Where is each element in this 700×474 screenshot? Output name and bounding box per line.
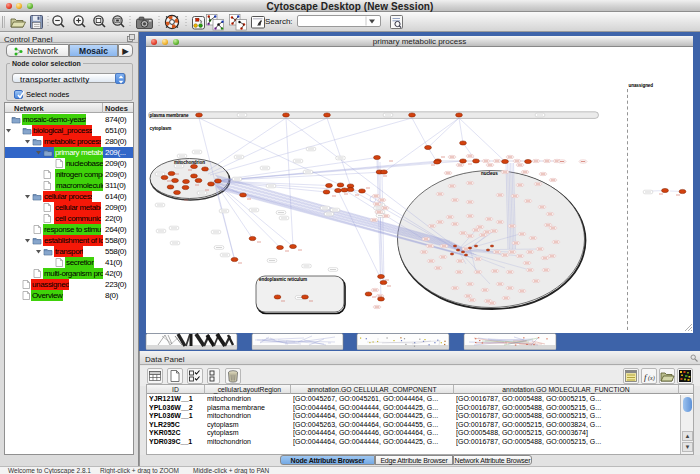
svg-text:endoplasmic reticulum: endoplasmic reticulum: [259, 277, 307, 282]
svg-text:(x): (x): [648, 375, 655, 382]
svg-text:nucleus: nucleus: [481, 171, 498, 176]
svg-text:mitochondrion: mitochondrion: [174, 160, 205, 165]
svg-text:unassigned: unassigned: [629, 83, 654, 88]
svg-text:cytoplasm: cytoplasm: [150, 126, 172, 131]
svg-text:plasma membrane: plasma membrane: [150, 113, 189, 118]
